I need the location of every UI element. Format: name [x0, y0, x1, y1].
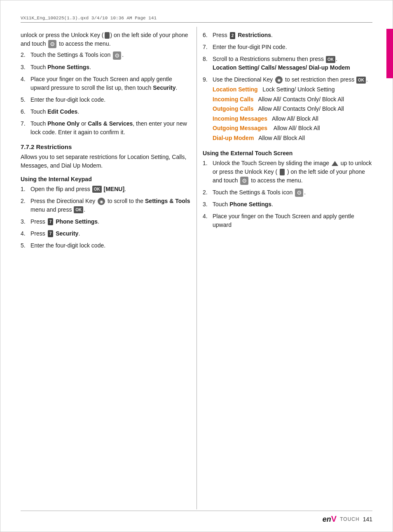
restriction-outgoing-messages: Outgoing Messages Allow All/ Block All	[213, 124, 372, 133]
arrow-up-icon	[332, 161, 338, 166]
settings-icon-3	[240, 177, 248, 185]
list-item-3: 3. Touch Phone Settings.	[21, 63, 190, 72]
intro-paragraph: unlock or press the Unlock Key () on the…	[21, 31, 190, 48]
section-7-intro: Allows you to set separate restrictions …	[21, 153, 190, 170]
menu-bold: [MENU]	[104, 186, 125, 192]
page-header: VX11K_Eng_100225(1.3).qxd 3/4/10 10:36 A…	[21, 16, 372, 23]
int-item-1: 1. Open the flip and press OK [MENU].	[21, 185, 190, 194]
phone-settings-bold-2: Phone Settings	[56, 218, 98, 225]
restrictions-bold: Restrictions	[238, 32, 271, 38]
ext-item-2: 2. Touch the Settings & Tools icon .	[203, 188, 372, 197]
external-screen-heading: Using the External Touch Screen	[203, 150, 372, 156]
settings-icon-2	[113, 51, 121, 60]
lock-icon-2	[280, 169, 285, 175]
external-screen-list: 1. Unlock the Touch Screen by sliding th…	[203, 159, 372, 230]
left-main-list: 2. Touch the Settings & Tools icon . 3. …	[21, 51, 190, 136]
phone-settings-bold: Phone Settings	[47, 64, 89, 70]
phone-only-bold: Phone Only	[47, 120, 80, 127]
ext-item-1: 1. Unlock the Touch Screen by sliding th…	[203, 159, 372, 185]
list-item-2: 2. Touch the Settings & Tools icon .	[21, 51, 190, 59]
int-item-2: 2. Press the Directional Key to scroll t…	[21, 197, 190, 214]
restriction-location-setting: Location Setting Lock Setting/ Unlock Se…	[213, 86, 372, 94]
int-item-4: 4. Press 7 Security.	[21, 229, 190, 238]
right-item-7: 7. Enter the four-digit PIN code.	[203, 43, 372, 51]
edit-codes-bold: Edit Codes	[47, 108, 77, 115]
list-item-6: 6. Touch Edit Codes.	[21, 107, 190, 116]
restriction-sub-list: Location Setting Lock Setting/ Unlock Se…	[213, 86, 372, 142]
content-area: unlock or press the Unlock Key () on the…	[21, 27, 372, 507]
restriction-incoming-calls: Incoming Calls Allow All/ Contacts Only/…	[213, 96, 372, 104]
location-setting-bold: Location Setting/ Calls/ Messages/ Dial-…	[213, 64, 350, 71]
page-number: 141	[363, 516, 372, 523]
security-bold: Security	[153, 84, 175, 91]
right-item-8: 8. Scroll to a Restrictions submenu then…	[203, 55, 372, 72]
restriction-outgoing-calls: Outgoing Calls Allow All/ Contacts Only/…	[213, 105, 372, 113]
right-column: 6. Press 2 Restrictions. 7. Enter the fo…	[203, 27, 372, 507]
header-text: VX11K_Eng_100225(1.3).qxd 3/4/10 10:36 A…	[21, 16, 157, 21]
dir-key-icon-2	[275, 76, 283, 84]
settings-icon-4	[295, 189, 303, 197]
calls-services-bold: Calls & Services	[88, 120, 133, 127]
phone-settings-bold-3: Phone Settings	[229, 201, 271, 208]
ok-button-icon-1: OK	[92, 186, 102, 193]
settings-icon-inline	[48, 40, 56, 48]
ok-button-icon-2: OK	[74, 206, 83, 213]
ext-item-3: 3. Touch Phone Settings.	[203, 200, 372, 209]
left-column: unlock or press the Unlock Key () on the…	[21, 27, 190, 507]
num-key-7-b: 7	[48, 230, 54, 237]
page-footer: enV TOUCH 141	[21, 511, 372, 524]
list-item-7: 7. Touch Phone Only or Calls & Services,…	[21, 119, 190, 137]
internal-keypad-heading: Using the Internal Keypad	[21, 176, 190, 182]
right-item-9: 9. Use the Directional Key to set restri…	[203, 75, 372, 144]
brand-logo: enV	[323, 514, 337, 524]
pink-tab-bar	[386, 29, 393, 78]
ext-item-4: 4. Place your finger on the Touch Screen…	[203, 212, 372, 229]
right-item-6: 6. Press 2 Restrictions.	[203, 31, 372, 40]
settings-tools-bold: Settings & Tools	[145, 198, 190, 204]
ok-button-icon-3: OK	[326, 56, 335, 63]
int-item-5: 5. Enter the four-digit lock code.	[21, 241, 190, 250]
restriction-dialup-modem: Dial-up Modem Allow All/ Block All	[213, 134, 372, 142]
num-key-2: 2	[230, 32, 236, 39]
security-bold-2: Security	[56, 230, 78, 237]
dir-key-icon-1	[98, 198, 105, 205]
internal-keypad-list: 1. Open the flip and press OK [MENU]. 2.…	[21, 185, 190, 250]
section-7-heading: 7.7.2 Restrictions	[21, 143, 190, 150]
right-top-list: 6. Press 2 Restrictions. 7. Enter the fo…	[203, 31, 372, 144]
num-key-7-a: 7	[48, 218, 54, 225]
ok-button-icon-4: OK	[356, 77, 366, 84]
int-item-3: 3. Press 7 Phone Settings.	[21, 217, 190, 226]
list-item-4: 4. Place your finger on the Touch Screen…	[21, 75, 190, 92]
lock-icon	[105, 32, 110, 39]
list-item-5: 5. Enter the four-digit lock code.	[21, 96, 190, 104]
restriction-incoming-messages: Incoming Messages Allow All/ Block All	[213, 115, 372, 123]
brand-touch: TOUCH	[340, 516, 359, 522]
